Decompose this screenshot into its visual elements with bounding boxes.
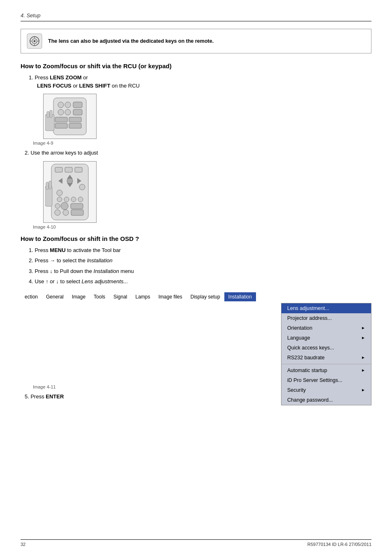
svg-point-38: [61, 202, 68, 210]
svg-point-41: [63, 210, 69, 215]
section1: How to Zoom/focus or shift via the RCU (…: [21, 62, 371, 229]
svg-point-7: [34, 40, 36, 42]
page-header-title: 4. Setup: [21, 12, 40, 18]
section1-heading: How to Zoom/focus or shift via the RCU (…: [21, 62, 371, 69]
svg-point-12: [58, 109, 64, 115]
notice-text: The lens can also be adjusted via the de…: [48, 38, 214, 44]
step2: 2. Use the arrow keys to adjust: [25, 149, 371, 157]
svg-rect-39: [71, 204, 83, 209]
dropdown-change-password[interactable]: Change password...: [281, 395, 371, 405]
svg-rect-18: [69, 123, 81, 128]
doc-info: R59770134 ID LR-6 27/05/2011: [307, 542, 371, 547]
svg-rect-14: [73, 109, 82, 115]
svg-rect-24: [65, 167, 72, 172]
menu-item-imagefiles[interactable]: Image files: [154, 292, 187, 301]
security-arrow-icon: ►: [361, 388, 365, 392]
menu-item-tools[interactable]: Tools: [90, 292, 109, 301]
section2-step2: 2. Press → to select the Installation: [29, 257, 371, 265]
page: 4. Setup The lens can also be adjusted v…: [0, 0, 392, 555]
rs232-arrow-icon: ►: [361, 355, 365, 360]
svg-point-36: [78, 197, 83, 202]
dropdown-security[interactable]: Security ►: [281, 385, 371, 395]
svg-point-10: [65, 102, 71, 108]
svg-rect-44: [46, 182, 48, 190]
svg-rect-16: [69, 117, 81, 122]
svg-point-34: [64, 197, 69, 202]
dropdown-change-password-label: Change password...: [287, 397, 333, 403]
svg-rect-15: [55, 117, 67, 122]
rcu-image1: [43, 94, 97, 139]
step1-subline: LENS FOCUS or LENS SHIFT on the RCU: [37, 83, 140, 89]
dropdown-divider: [281, 364, 371, 364]
svg-point-37: [55, 204, 60, 208]
section2-step3: 3. Press ↓ to Pull down the Installation…: [29, 267, 371, 275]
svg-point-9: [58, 102, 64, 108]
section2: How to Zoom/focus or shift in the OSD ? …: [21, 235, 371, 401]
menu-item-displaysetup[interactable]: Display setup: [187, 292, 224, 301]
dropdown-projector-address-label: Projector address...: [287, 315, 332, 321]
dropdown-automatic-startup-label: Automatic startup: [287, 368, 327, 373]
svg-rect-11: [73, 102, 82, 108]
step1-number: 1. Press LENS ZOOM or: [29, 74, 88, 81]
osd-area: ection General Image Tools Signal Lamps …: [21, 292, 371, 383]
dropdown-automatic-startup[interactable]: Automatic startup ►: [281, 365, 371, 375]
menu-item-installation[interactable]: Installation: [224, 292, 256, 301]
dropdown-rs232[interactable]: RS232 baudrate ►: [281, 353, 371, 363]
svg-rect-17: [55, 123, 67, 128]
section2-step1: 1. Press MENU to activate the Tool bar: [29, 246, 371, 254]
svg-rect-23: [55, 167, 62, 172]
step1-container: 1. Press LENS ZOOM or LENS FOCUS or LENS…: [25, 74, 371, 90]
image1-caption: Image 4-9: [33, 141, 371, 146]
svg-point-33: [57, 197, 62, 202]
installation-dropdown: Lens adjustment... Projector address... …: [281, 303, 371, 405]
dropdown-language-label: Language: [287, 335, 310, 341]
dropdown-language[interactable]: Language ►: [281, 333, 371, 343]
lens-icon: [27, 33, 42, 49]
dropdown-quick-access-label: Quick access keys...: [287, 345, 334, 351]
menu-item-image[interactable]: Image: [68, 292, 90, 301]
dropdown-quick-access[interactable]: Quick access keys...: [281, 343, 371, 353]
svg-point-13: [65, 109, 71, 115]
rcu-image2: [43, 161, 97, 223]
dropdown-id-pro-server-label: iD Pro Server Settings...: [287, 377, 342, 383]
svg-rect-25: [75, 167, 82, 172]
menu-bar: ection General Image Tools Signal Lamps …: [21, 292, 371, 301]
step2-text: 2. Use the arrow keys to adjust: [25, 150, 98, 156]
svg-point-40: [55, 210, 60, 215]
dropdown-id-pro-server[interactable]: iD Pro Server Settings...: [281, 375, 371, 385]
automatic-startup-arrow-icon: ►: [361, 368, 365, 372]
page-footer: 32 R59770134 ID LR-6 27/05/2011: [21, 539, 371, 547]
dropdown-lens-adjustment[interactable]: Lens adjustment...: [281, 303, 371, 313]
svg-rect-42: [71, 210, 83, 215]
menu-item-signal[interactable]: Signal: [109, 292, 131, 301]
svg-point-30: [67, 178, 73, 184]
svg-point-31: [79, 184, 85, 190]
page-header: 4. Setup: [21, 12, 371, 21]
dropdown-lens-adjustment-label: Lens adjustment...: [287, 305, 329, 311]
svg-rect-45: [49, 181, 51, 189]
svg-point-32: [57, 190, 62, 196]
notice-box: The lens can also be adjusted via the de…: [21, 29, 371, 53]
dropdown-orientation[interactable]: Orientation ►: [281, 323, 371, 333]
section2-heading: How to Zoom/focus or shift in the OSD ?: [21, 235, 371, 242]
section2-steps: 1. Press MENU to activate the Tool bar 2…: [25, 246, 371, 286]
menu-item-section[interactable]: ection: [21, 292, 42, 301]
menu-item-lamps[interactable]: Lamps: [131, 292, 154, 301]
svg-rect-21: [50, 110, 52, 118]
orientation-arrow-icon: ►: [361, 326, 365, 330]
step1: 1. Press LENS ZOOM or LENS FOCUS or LENS…: [29, 74, 371, 90]
page-number: 32: [21, 542, 25, 547]
language-arrow-icon: ►: [361, 335, 365, 340]
menu-item-general[interactable]: General: [42, 292, 68, 301]
svg-rect-20: [47, 111, 49, 118]
dropdown-security-label: Security: [287, 387, 306, 393]
dropdown-projector-address[interactable]: Projector address...: [281, 313, 371, 323]
svg-point-35: [71, 197, 76, 202]
dropdown-orientation-label: Orientation: [287, 325, 312, 331]
dropdown-rs232-label: RS232 baudrate: [287, 355, 325, 361]
image2-caption: Image 4-10: [33, 224, 371, 229]
section2-step4: 4. Use ↑ or ↓ to select Lens adjustments…: [29, 278, 371, 286]
